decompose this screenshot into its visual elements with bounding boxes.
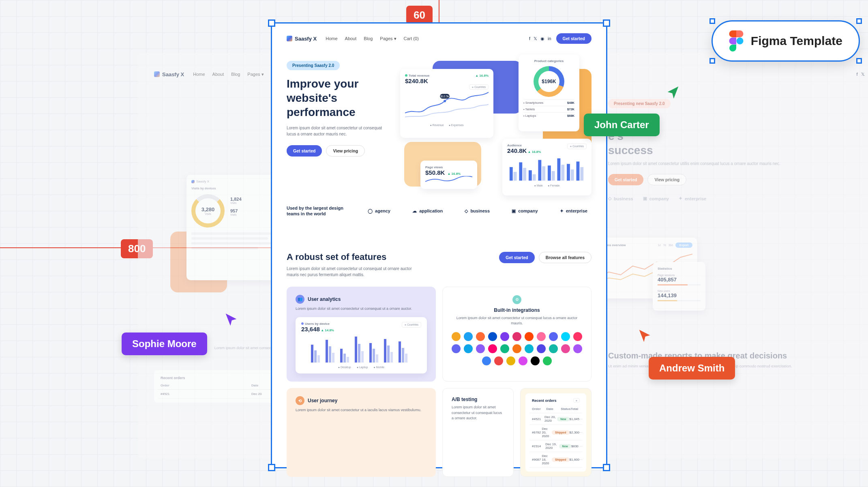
nav-link-cart[interactable]: Cart (0): [404, 36, 419, 41]
svg-rect-26: [343, 354, 346, 363]
browse-features-button[interactable]: Browse all features: [539, 252, 592, 263]
gear-icon: ⚙: [512, 295, 521, 304]
card-statistics: Statistics Page sessions 405,857 New use…: [653, 262, 705, 311]
integration-icon: [525, 344, 534, 353]
svg-rect-16: [561, 165, 564, 180]
integration-icon: [549, 332, 558, 341]
agency-icon: ◯: [368, 208, 373, 214]
hero: Presenting Saasfy 2.0 Improve your websi…: [287, 49, 592, 187]
integration-icon: [512, 332, 521, 341]
figma-template-badge[interactable]: Figma Template: [712, 20, 860, 62]
integration-icon: [494, 356, 503, 365]
feature-ab-testing: A/B testing Lorem ipsum dolor sit amet c…: [442, 388, 514, 477]
application-icon: ☁: [412, 208, 417, 214]
get-started-button[interactable]: Get started: [608, 174, 643, 185]
nav-links: Home About Blog Pages ▾ Cart (0): [326, 36, 419, 41]
integration-icon: [531, 356, 540, 365]
cursor-icon: [223, 312, 239, 328]
cursor-label: John Carter: [584, 114, 660, 136]
svg-rect-27: [347, 357, 349, 363]
business-icon: ◇: [465, 208, 468, 214]
svg-rect-6: [538, 160, 541, 180]
selection-handle-br[interactable]: [603, 464, 610, 471]
logo[interactable]: Saasfy X: [287, 36, 317, 42]
feature-integrations: ⚙ Built-in integrations Lorem ipsum dolo…: [442, 287, 592, 382]
table-row: #6782Dec 20, 2020Shipped$2,300⋯: [529, 425, 582, 440]
svg-rect-29: [358, 344, 360, 363]
features-header: A robust set of features Lorem ipsum dol…: [287, 236, 592, 278]
trusted-logo: ☁application: [412, 208, 443, 214]
nav-link[interactable]: Blog: [231, 72, 240, 77]
selection-handle-tr[interactable]: [603, 19, 610, 27]
integration-icon: [464, 344, 473, 353]
nav-link[interactable]: Home: [193, 72, 205, 77]
svg-rect-22: [326, 340, 328, 363]
instagram-icon[interactable]: ◉: [540, 36, 544, 41]
svg-rect-38: [402, 348, 404, 363]
svg-point-0: [444, 100, 446, 102]
nav-link-home[interactable]: Home: [326, 36, 337, 41]
table-row: #9087Dec 18, 2020Shipped$1,600⋯: [529, 452, 582, 468]
hero-title: Improve your website's performance: [287, 77, 388, 119]
svg-rect-28: [355, 337, 357, 363]
svg-rect-12: [523, 168, 526, 180]
twitter-icon[interactable]: 𝕏: [534, 36, 537, 41]
cursor-label: Andrew Smith: [649, 357, 735, 380]
nav-link[interactable]: Pages▾: [247, 72, 264, 77]
svg-rect-9: [567, 164, 570, 180]
svg-rect-35: [387, 345, 390, 363]
nav-link-blog[interactable]: Blog: [364, 36, 373, 41]
selection-handle-bl[interactable]: [268, 464, 275, 471]
integration-icon: [549, 344, 558, 353]
svg-rect-14: [542, 166, 545, 180]
path-icon: ⟲: [296, 396, 304, 405]
card-total-revenue: Total revenue $240.8K ▲ 16.8% ⎈ Countrie…: [400, 69, 493, 138]
hero-badge: Presenting Saasfy 2.0: [287, 61, 340, 70]
nav: f𝕏◉ Get started: [608, 64, 868, 84]
figma-logo-icon: [729, 30, 744, 51]
svg-rect-37: [399, 341, 401, 363]
linkedin-icon[interactable]: in: [548, 36, 551, 41]
view-pricing-button[interactable]: View pricing: [647, 174, 686, 185]
figma-guide-vertical: [439, 0, 439, 22]
table-row: #2314Dec 19, 2020New$830⋯: [529, 440, 582, 452]
svg-rect-4: [519, 162, 522, 180]
cursor-sophie: Sophie Moore: [122, 333, 207, 355]
cursor-john: John Carter: [584, 114, 660, 136]
logo[interactable]: Saasfy X: [154, 71, 184, 77]
facebook-icon[interactable]: f: [529, 36, 530, 41]
hero-text: Lorem ipsum dolor sit amet consectetur u…: [287, 125, 388, 137]
artboard-selected[interactable]: Saasfy X Home About Blog Pages ▾ Cart (0…: [271, 22, 607, 468]
feature-recent-orders: Recent orders ⎈ OrderDateStatusTotal #45…: [520, 388, 592, 477]
hero-badge: Presenting new Saasfy 2.0: [608, 99, 671, 108]
features-text: Lorem ipsum dolor sit amet consectetur u…: [287, 266, 424, 278]
view-pricing-button[interactable]: View pricing: [326, 145, 365, 157]
chevron-down-icon: ▾: [261, 72, 264, 77]
trusted-logo: ◇business: [465, 208, 490, 214]
svg-rect-36: [390, 352, 393, 363]
integration-icon: [500, 332, 509, 341]
integration-icon: [561, 332, 570, 341]
svg-rect-11: [514, 172, 517, 181]
nav-link-pages[interactable]: Pages ▾: [380, 36, 396, 41]
get-started-button[interactable]: Get started: [287, 145, 322, 157]
integration-icon: [452, 332, 461, 341]
reports-title: Custom-made reports to make great decisi…: [608, 351, 868, 360]
cursor-andrew: Andrew Smith: [649, 357, 735, 380]
nav-link[interactable]: About: [212, 72, 224, 77]
integration-icons: [452, 332, 582, 365]
svg-rect-15: [552, 171, 555, 181]
integration-icon: [512, 344, 521, 353]
svg-rect-20: [314, 350, 317, 363]
get-started-button[interactable]: Get started: [499, 252, 534, 263]
selection-handle-tl[interactable]: [268, 19, 275, 27]
get-started-button[interactable]: Get started: [556, 33, 592, 44]
integration-icon: [488, 344, 497, 353]
svg-rect-7: [548, 165, 551, 180]
nav-link-about[interactable]: About: [345, 36, 357, 41]
svg-text:$12.5k: $12.5k: [441, 95, 449, 98]
cursor-icon: [637, 328, 653, 345]
users-icon: 👥: [296, 295, 304, 304]
card-audience: Audience 240.8K ▲ 16.8% ⎈ Countries ● Ma…: [502, 139, 592, 195]
svg-rect-32: [373, 349, 375, 363]
